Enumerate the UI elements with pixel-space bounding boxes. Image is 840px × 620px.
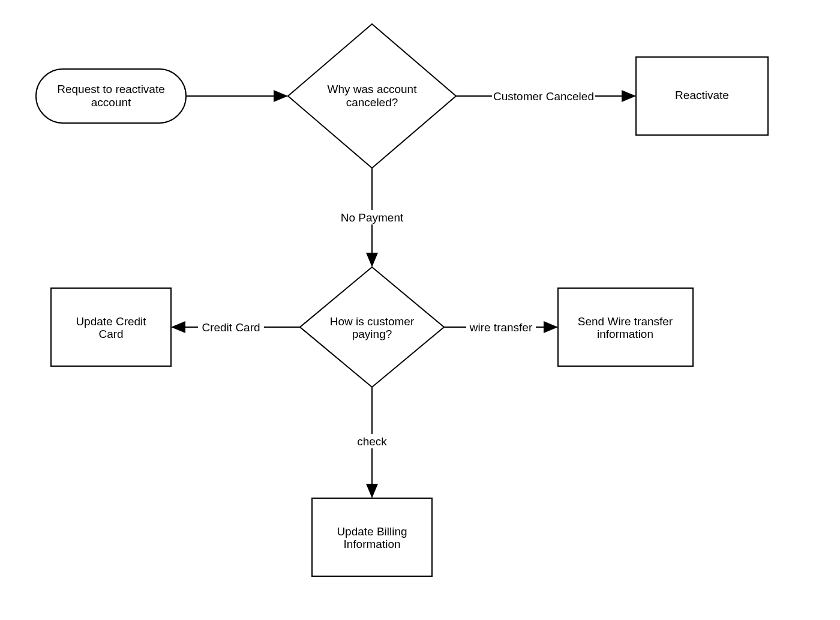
node-decision-canceled: Why was account canceled? bbox=[288, 24, 456, 168]
node-decision-paying-label-2: paying? bbox=[352, 328, 392, 340]
node-update-billing-label-1: Update Billing bbox=[337, 525, 407, 538]
node-send-wire-label-1: Send Wire transfer bbox=[578, 315, 673, 328]
node-start-label-2: account bbox=[91, 96, 131, 109]
node-send-wire: Send Wire transfer information bbox=[558, 288, 693, 366]
node-start-label-1: Request to reactivate bbox=[57, 83, 165, 95]
node-reactivate: Reactivate bbox=[636, 57, 768, 135]
edge-label-customer-canceled: Customer Canceled bbox=[493, 90, 594, 103]
node-send-wire-label-2: information bbox=[597, 328, 653, 340]
node-update-billing-label-2: Information bbox=[343, 538, 400, 550]
node-decision-canceled-label-2: canceled? bbox=[346, 96, 398, 109]
node-start: Request to reactivate account bbox=[36, 69, 186, 123]
node-update-card-label-1: Update Credit bbox=[76, 315, 146, 328]
node-reactivate-label: Reactivate bbox=[675, 89, 729, 101]
edge-label-credit-card: Credit Card bbox=[202, 321, 260, 334]
node-decision-paying-label-1: How is customer bbox=[330, 315, 415, 328]
edge-decision1-to-decision2: No Payment bbox=[339, 168, 405, 266]
node-decision-canceled-label-1: Why was account bbox=[328, 83, 418, 95]
edge-decision2-to-update-billing: check bbox=[354, 387, 390, 497]
edge-decision2-to-update-card: Credit Card bbox=[172, 320, 300, 334]
node-decision-paying: How is customer paying? bbox=[300, 267, 444, 387]
node-update-billing: Update Billing Information bbox=[312, 498, 432, 576]
edge-label-no-payment: No Payment bbox=[341, 211, 404, 224]
node-update-card-label-2: Card bbox=[98, 328, 123, 340]
edge-decision1-to-reactivate: Customer Canceled bbox=[456, 89, 635, 103]
flowchart-canvas: Request to reactivate account Why was ac… bbox=[0, 0, 840, 620]
edge-label-wire-transfer: wire transfer bbox=[469, 321, 533, 334]
edge-label-check: check bbox=[357, 435, 387, 448]
edge-decision2-to-send-wire: wire transfer bbox=[444, 320, 557, 334]
node-update-credit-card: Update Credit Card bbox=[51, 288, 171, 366]
